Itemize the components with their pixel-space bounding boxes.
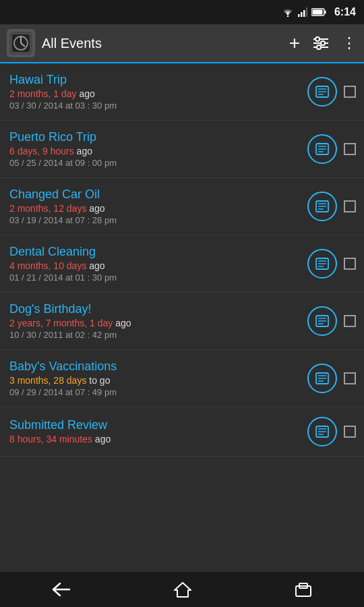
event-content-dogs-birthday: Dog's Birthday! 2 years, 7 months, 1 day… xyxy=(9,302,301,340)
event-checkbox-puerto-rico-trip[interactable] xyxy=(344,143,356,155)
svg-rect-7 xyxy=(312,10,322,15)
svg-rect-3 xyxy=(303,10,305,17)
event-duration-puerto-rico-trip: 6 days, 9 hours xyxy=(9,146,74,156)
event-actions-submitted-review xyxy=(307,417,356,446)
event-checkbox-changed-car-oil[interactable] xyxy=(344,200,356,212)
list-detail-icon xyxy=(315,425,330,438)
event-date-babys-vaccinations: 09 / 29 / 2014 at 07 : 49 pm xyxy=(9,387,301,397)
svg-rect-1 xyxy=(298,14,300,17)
event-detail-btn-babys-vaccinations[interactable] xyxy=(307,364,337,393)
svg-point-0 xyxy=(287,16,289,17)
event-duration-hawai-trip: 2 months, 1 day xyxy=(9,88,77,99)
event-date-dogs-birthday: 10 / 30 / 2011 at 02 : 42 pm xyxy=(9,330,301,340)
list-detail-icon xyxy=(315,257,330,270)
status-icons: 6:14 xyxy=(282,6,356,18)
events-list: Hawai Trip 2 months, 1 day ago 03 / 30 /… xyxy=(0,63,364,572)
event-title-puerto-rico-trip: Puerto Rico Trip xyxy=(9,130,301,144)
event-checkbox-dogs-birthday[interactable] xyxy=(344,315,356,327)
event-ago-puerto-rico-trip: 6 days, 9 hours ago xyxy=(9,146,301,156)
list-detail-icon xyxy=(315,314,330,328)
event-item-babys-vaccinations: Baby's Vaccinations 3 months, 28 days to… xyxy=(0,350,364,407)
list-detail-icon xyxy=(315,85,330,98)
event-date-changed-car-oil: 03 / 19 / 2014 at 07 : 28 pm xyxy=(9,215,301,225)
svg-point-18 xyxy=(317,45,321,49)
svg-rect-4 xyxy=(306,7,307,17)
event-checkbox-hawai-trip[interactable] xyxy=(344,86,356,98)
event-duration-babys-vaccinations: 3 months, 28 days xyxy=(9,375,86,386)
event-title-dental-cleaning: Dental Cleaning xyxy=(9,245,301,259)
event-item-hawai-trip: Hawai Trip 2 months, 1 day ago 03 / 30 /… xyxy=(0,63,364,121)
signal-icon xyxy=(298,7,307,17)
event-title-changed-car-oil: Changed Car Oil xyxy=(9,187,301,202)
event-actions-changed-car-oil xyxy=(307,192,356,221)
list-detail-icon xyxy=(315,142,330,156)
home-button[interactable] xyxy=(160,576,205,603)
event-content-dental-cleaning: Dental Cleaning 4 months, 10 days ago 01… xyxy=(9,245,301,283)
add-button[interactable]: + xyxy=(289,34,300,53)
event-title-submitted-review: Submitted Review xyxy=(9,418,301,432)
event-item-submitted-review: Submitted Review 8 hours, 34 minutes ago xyxy=(0,407,364,457)
event-title-babys-vaccinations: Baby's Vaccinations xyxy=(9,359,301,374)
event-duration-submitted-review: 8 hours, 34 minutes xyxy=(9,434,92,444)
event-actions-dogs-birthday xyxy=(307,306,356,336)
svg-rect-6 xyxy=(324,11,326,14)
more-button[interactable]: ⋮ xyxy=(342,36,357,51)
event-item-dogs-birthday: Dog's Birthday! 2 years, 7 months, 1 day… xyxy=(0,293,364,350)
event-checkbox-submitted-review[interactable] xyxy=(344,426,356,438)
event-detail-btn-dental-cleaning[interactable] xyxy=(307,249,337,279)
event-ago-submitted-review: 8 hours, 34 minutes ago xyxy=(9,434,301,444)
event-content-submitted-review: Submitted Review 8 hours, 34 minutes ago xyxy=(9,418,301,446)
event-ago-dental-cleaning: 4 months, 10 days ago xyxy=(9,260,301,271)
app-bar-actions: + ⋮ xyxy=(289,34,357,53)
event-detail-btn-hawai-trip[interactable] xyxy=(307,77,337,107)
event-date-dental-cleaning: 01 / 21 / 2014 at 01 : 30 pm xyxy=(9,272,301,283)
app-bar-title: All Events xyxy=(42,36,289,51)
event-duration-dogs-birthday: 2 years, 7 months, 1 day xyxy=(9,318,113,328)
svg-point-16 xyxy=(315,37,320,41)
list-detail-icon xyxy=(315,372,330,385)
event-item-changed-car-oil: Changed Car Oil 2 months, 12 days ago 03… xyxy=(0,178,364,235)
battery-icon xyxy=(311,8,326,16)
svg-marker-48 xyxy=(175,583,191,597)
event-ago-dogs-birthday: 2 years, 7 months, 1 day ago xyxy=(9,318,301,328)
event-detail-btn-changed-car-oil[interactable] xyxy=(307,192,337,221)
app-bar: All Events + ⋮ xyxy=(0,24,364,63)
status-time: 6:14 xyxy=(334,6,356,18)
status-bar: 6:14 xyxy=(0,0,364,24)
event-date-puerto-rico-trip: 05 / 25 / 2014 at 09 : 00 pm xyxy=(9,158,301,168)
event-duration-dental-cleaning: 4 months, 10 days xyxy=(9,260,86,271)
bottom-nav xyxy=(0,572,364,607)
event-checkbox-dental-cleaning[interactable] xyxy=(344,258,356,270)
svg-rect-2 xyxy=(301,12,303,17)
event-item-puerto-rico-trip: Puerto Rico Trip 6 days, 9 hours ago 05 … xyxy=(0,121,364,178)
filter-button[interactable] xyxy=(312,36,330,51)
event-item-dental-cleaning: Dental Cleaning 4 months, 10 days ago 01… xyxy=(0,235,364,293)
event-actions-dental-cleaning xyxy=(307,249,356,279)
event-ago-hawai-trip: 2 months, 1 day ago xyxy=(9,88,301,99)
event-ago-babys-vaccinations: 3 months, 28 days to go xyxy=(9,375,301,386)
event-title-hawai-trip: Hawai Trip xyxy=(9,73,301,87)
event-checkbox-babys-vaccinations[interactable] xyxy=(344,372,356,384)
event-ago-changed-car-oil: 2 months, 12 days ago xyxy=(9,203,301,214)
event-date-hawai-trip: 03 / 30 / 2014 at 03 : 30 pm xyxy=(9,100,301,111)
svg-point-17 xyxy=(321,41,325,45)
wifi-icon xyxy=(282,7,294,17)
event-detail-btn-dogs-birthday[interactable] xyxy=(307,306,337,336)
event-content-hawai-trip: Hawai Trip 2 months, 1 day ago 03 / 30 /… xyxy=(9,73,301,111)
back-button[interactable] xyxy=(38,577,84,602)
event-duration-changed-car-oil: 2 months, 12 days xyxy=(9,203,86,214)
recent-button[interactable] xyxy=(281,577,326,602)
event-detail-btn-puerto-rico-trip[interactable] xyxy=(307,134,337,164)
event-content-puerto-rico-trip: Puerto Rico Trip 6 days, 9 hours ago 05 … xyxy=(9,130,301,168)
event-actions-babys-vaccinations xyxy=(307,364,356,393)
event-detail-btn-submitted-review[interactable] xyxy=(307,417,337,446)
event-content-changed-car-oil: Changed Car Oil 2 months, 12 days ago 03… xyxy=(9,187,301,225)
event-actions-puerto-rico-trip xyxy=(307,134,356,164)
list-detail-icon xyxy=(315,200,330,213)
event-content-babys-vaccinations: Baby's Vaccinations 3 months, 28 days to… xyxy=(9,359,301,397)
app-logo xyxy=(7,29,35,57)
event-title-dogs-birthday: Dog's Birthday! xyxy=(9,302,301,316)
event-actions-hawai-trip xyxy=(307,77,356,107)
